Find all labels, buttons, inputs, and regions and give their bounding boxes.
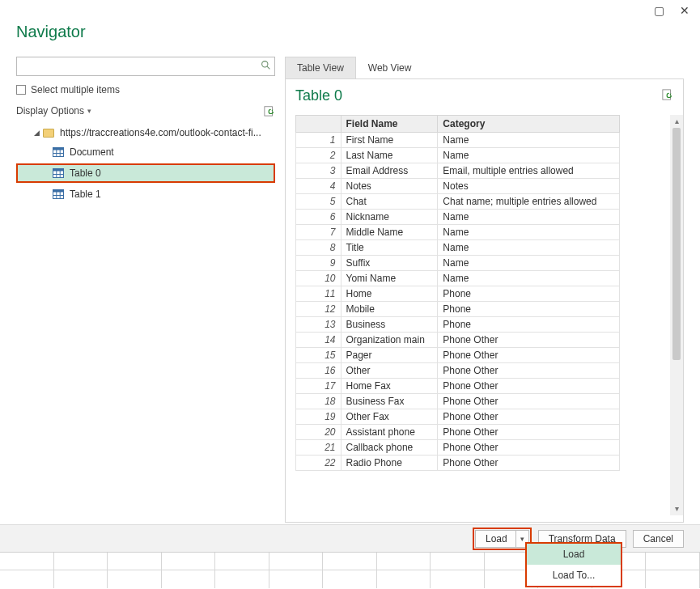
table-cell: Name (438, 256, 620, 271)
table-cell: 20 (296, 425, 342, 440)
table-cell: Phone (438, 286, 620, 302)
table-row[interactable]: 10Yomi NameName (296, 271, 620, 286)
source-tree: ◢ https://traccreations4e.com/outlook-co… (16, 123, 275, 204)
scroll-thumb[interactable] (672, 128, 681, 360)
data-table: Field NameCategory 1First NameName2Last … (295, 115, 620, 471)
tab-web-view[interactable]: Web View (356, 57, 424, 78)
table-row[interactable]: 15PagerPhone Other (296, 348, 620, 363)
preview-panel: Table 0 Field NameCategory 1First NameNa… (285, 79, 684, 523)
search-icon[interactable] (257, 60, 274, 73)
refresh-preview-icon[interactable] (662, 88, 673, 104)
table-cell: 10 (296, 271, 342, 286)
menu-item-load[interactable]: Load (527, 544, 621, 565)
tree-item[interactable]: Table 0 (16, 163, 275, 183)
search-box[interactable] (16, 57, 275, 76)
table-row[interactable]: 8TitleName (296, 240, 620, 256)
maximize-icon[interactable]: ▢ (651, 5, 666, 16)
table-cell: Last Name (341, 148, 438, 163)
table-row[interactable]: 5ChatChat name; multiple entries allowed (296, 194, 620, 210)
column-header[interactable] (296, 116, 342, 133)
table-row[interactable]: 11HomePhone (296, 286, 620, 302)
vertical-scrollbar[interactable]: ▴ ▾ (670, 115, 683, 515)
table-cell: Home Fax (341, 379, 438, 394)
table-cell: 11 (296, 286, 342, 302)
svg-point-0 (261, 61, 267, 67)
table-cell: Phone Other (438, 333, 620, 348)
collapse-icon[interactable]: ◢ (34, 129, 42, 137)
table-cell: 3 (296, 163, 342, 179)
table-cell: Phone Other (438, 456, 620, 471)
table-row[interactable]: 3Email AddressEmail, multiple entries al… (296, 163, 620, 179)
table-row[interactable]: 21Callback phonePhone Other (296, 440, 620, 456)
page-title: Navigator (16, 23, 86, 41)
scroll-up-icon[interactable]: ▴ (675, 115, 679, 128)
table-row[interactable]: 20Assistant phonePhone Other (296, 425, 620, 440)
table-row[interactable]: 13BusinessPhone (296, 317, 620, 333)
display-options-label: Display Options (16, 105, 84, 117)
tree-source-url[interactable]: ◢ https://traccreations4e.com/outlook-co… (16, 123, 275, 142)
table-cell: Radio Phone (341, 456, 438, 471)
table-row[interactable]: 2Last NameName (296, 148, 620, 163)
tree-item[interactable]: Document (16, 142, 275, 162)
column-header[interactable]: Category (438, 116, 620, 133)
table-row[interactable]: 18Business FaxPhone Other (296, 394, 620, 409)
menu-item-load-to[interactable]: Load To... (527, 565, 621, 586)
table-row[interactable]: 16OtherPhone Other (296, 363, 620, 379)
search-input[interactable] (17, 57, 257, 75)
table-cell: Name (438, 210, 620, 225)
table-cell: Phone Other (438, 348, 620, 363)
table-cell: 2 (296, 148, 342, 163)
cancel-button[interactable]: Cancel (633, 530, 684, 548)
refresh-icon[interactable] (264, 105, 275, 117)
table-cell: Phone Other (438, 425, 620, 440)
table-cell: 1 (296, 133, 342, 148)
tree-item[interactable]: Table 1 (16, 184, 275, 204)
scroll-down-icon[interactable]: ▾ (675, 502, 679, 515)
table-row[interactable]: 4NotesNotes (296, 179, 620, 194)
close-icon[interactable]: ✕ (677, 5, 692, 16)
chevron-down-icon: ▾ (87, 107, 91, 115)
table-icon (52, 188, 65, 201)
select-multiple-label: Select multiple items (31, 84, 120, 95)
table-cell: 5 (296, 194, 342, 210)
checkbox-icon (16, 85, 26, 95)
table-cell: Assistant phone (341, 425, 438, 440)
table-cell: 8 (296, 240, 342, 256)
table-row[interactable]: 1First NameName (296, 133, 620, 148)
table-cell: 22 (296, 456, 342, 471)
preview-title: Table 0 (295, 87, 342, 104)
table-cell: Notes (341, 179, 438, 194)
table-row[interactable]: 14Organization mainPhone Other (296, 333, 620, 348)
table-row[interactable]: 17Home FaxPhone Other (296, 379, 620, 394)
table-cell: Phone Other (438, 394, 620, 409)
table-row[interactable]: 22Radio PhonePhone Other (296, 456, 620, 471)
table-cell: 7 (296, 225, 342, 240)
table-cell: Mobile (341, 302, 438, 317)
table-row[interactable]: 6NicknameName (296, 210, 620, 225)
svg-rect-4 (53, 148, 64, 150)
table-cell: Other (341, 363, 438, 379)
table-row[interactable]: 19Other FaxPhone Other (296, 409, 620, 425)
table-cell: 14 (296, 333, 342, 348)
select-multiple-checkbox[interactable]: Select multiple items (16, 84, 275, 95)
navigator-window: ▢ ✕ Navigator Select multiple items Disp… (0, 0, 700, 589)
table-cell: 4 (296, 179, 342, 194)
table-row[interactable]: 12MobilePhone (296, 302, 620, 317)
tab-table-view[interactable]: Table View (285, 57, 356, 78)
table-cell: Business Fax (341, 394, 438, 409)
table-cell: Business (341, 317, 438, 333)
table-row[interactable]: 7Middle NameName (296, 225, 620, 240)
tree-item-label: Table 0 (70, 167, 101, 179)
table-cell: 17 (296, 379, 342, 394)
scroll-track[interactable] (670, 128, 683, 502)
column-header[interactable]: Field Name (341, 116, 438, 133)
table-cell: Email Address (341, 163, 438, 179)
table-cell: Phone (438, 302, 620, 317)
table-cell: Name (438, 133, 620, 148)
display-options-dropdown[interactable]: Display Options ▾ (16, 105, 91, 117)
table-cell: Suffix (341, 256, 438, 271)
table-row[interactable]: 9SuffixName (296, 256, 620, 271)
tree-url-label: https://traccreations4e.com/outlook-cont… (60, 127, 261, 138)
load-button[interactable]: Load ▾ (475, 530, 529, 548)
table-cell: First Name (341, 133, 438, 148)
